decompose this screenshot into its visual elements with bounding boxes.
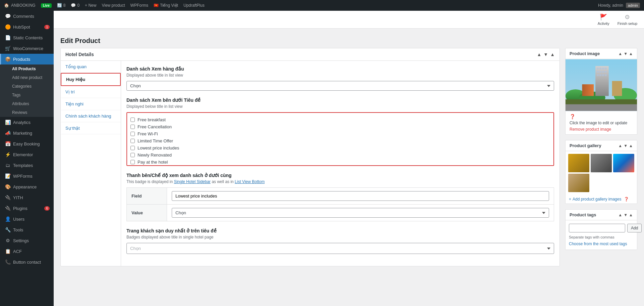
sidebar-item-button-contact[interactable]: 📞 Button contact	[0, 257, 54, 267]
gallery-thumb-2[interactable]	[591, 154, 612, 172]
site-logo[interactable]: 🏠 ANBOOKING	[4, 3, 36, 8]
list-view-bottom-link[interactable]: List View Bottom	[235, 179, 265, 184]
tags-collapse-toggle[interactable]: ▲	[629, 213, 633, 217]
admin-bar-right: Howdy, admin admin	[598, 3, 640, 8]
comments-icon: 💬	[5, 13, 10, 19]
sidebar-item-yith[interactable]: 🔌 YITH	[0, 192, 54, 203]
finish-setup-button[interactable]: ⚙ Finish setup	[618, 13, 637, 26]
sidebar-item-woocommerce[interactable]: 🛒 WooCommerce	[0, 43, 54, 54]
gallery-collapse-down[interactable]: ▼	[624, 143, 628, 148]
sidebar-item-products[interactable]: 📦 Products	[0, 54, 54, 64]
updates-item[interactable]: 🔄 8	[57, 3, 66, 8]
sidebar-label-tools: Tools	[13, 227, 23, 232]
sidebar-item-acf[interactable]: 📋 ACF	[0, 246, 54, 257]
tab-tien-nghi[interactable]: Tiện nghi	[61, 98, 121, 110]
sidebar-item-appearance[interactable]: 🎨 Appearance	[0, 181, 54, 192]
image-collapse-up[interactable]: ▲	[618, 51, 622, 56]
checkbox-free-wifi[interactable]: Free Wi-Fi	[130, 130, 550, 137]
section2-title: Danh sách Xem bên dưới Tiêu đề	[126, 97, 554, 103]
hotel-details-header: Hotel Details ▲ ▼ ▲	[61, 48, 559, 61]
submenu-reviews[interactable]: Reviews	[0, 108, 54, 117]
view-product-item[interactable]: View product	[102, 3, 125, 8]
product-image-container[interactable]	[566, 59, 637, 111]
product-tags-controls: ▲ ▼ ▲	[618, 213, 633, 217]
sidebar-item-elementor[interactable]: ⚡ Elementor	[0, 149, 54, 160]
submenu-attributes[interactable]: Attributes	[0, 99, 54, 108]
checkbox-pay-at-hotel[interactable]: Pay at the hotel	[130, 159, 550, 166]
sidebar-item-plugins[interactable]: 🔌 Plugins 6	[0, 203, 54, 214]
tab-huy-hieu[interactable]: Huy Hiệu	[61, 73, 121, 86]
tags-input[interactable]	[569, 224, 625, 232]
sidebar-label-plugins: Plugins	[13, 206, 28, 211]
section1-select[interactable]: Chọn	[126, 81, 554, 91]
new-item[interactable]: + New	[85, 3, 96, 8]
sidebar-label-elementor: Elementor	[13, 152, 33, 157]
sidebar-item-analytics[interactable]: 📊 Analytics	[0, 117, 54, 128]
product-image-caption: Click the image to edit or update	[570, 121, 633, 125]
tags-most-used-link[interactable]: Choose from the most used tags	[569, 242, 627, 246]
collapse-up-icon[interactable]: ▲	[537, 52, 541, 57]
products-icon: 📦	[5, 56, 10, 62]
tab-su-that[interactable]: Sự thật	[61, 122, 121, 134]
single-hotel-sidebar-link[interactable]: Single Hotel Sidebar	[174, 179, 210, 184]
sidebar-item-hubspot[interactable]: 🟠 HubSpot 1	[0, 21, 54, 32]
tab-vi-tri[interactable]: Vị trí	[61, 86, 121, 98]
live-badge[interactable]: Live	[41, 3, 52, 8]
image-collapse-down[interactable]: ▼	[624, 51, 628, 56]
checkbox-limited-time[interactable]: Limited Time Offer	[130, 137, 550, 144]
section3-subtitle: This badge is displayed in Single Hotel …	[126, 179, 554, 184]
sidebar-item-templates[interactable]: 🗂 Templates	[0, 160, 54, 171]
collapse-toggle-icon[interactable]: ▲	[550, 52, 555, 57]
field-input[interactable]	[172, 191, 549, 201]
sidebar-item-static-contents[interactable]: 📄 Static Contents	[0, 32, 54, 43]
submenu-tags[interactable]: Tags	[0, 91, 54, 99]
submenu-add-new[interactable]: Add new product	[0, 73, 54, 82]
tags-collapse-up[interactable]: ▲	[618, 213, 622, 217]
sidebar-item-wpforms[interactable]: 📝 WPForms	[0, 171, 54, 181]
checkbox-free-cancellation[interactable]: Free Cancellation	[130, 123, 550, 130]
users-icon: 👤	[5, 216, 10, 222]
tags-add-button[interactable]: Add	[627, 224, 642, 232]
gallery-thumb-3[interactable]	[613, 154, 634, 172]
wpforms-item[interactable]: WPForms	[130, 3, 148, 8]
checkbox-lowest-price[interactable]: Lowest price includes	[130, 144, 550, 151]
remove-image-link[interactable]: Remove product image	[570, 127, 611, 132]
sidebar-item-tools[interactable]: 🔧 Tools	[0, 224, 54, 235]
svg-rect-14	[597, 74, 599, 76]
tab-tong-quan[interactable]: Tổng quan	[61, 61, 121, 73]
sidebar-item-users[interactable]: 👤 Users	[0, 214, 54, 224]
gallery-thumb-1[interactable]	[568, 154, 589, 172]
gallery-thumb-4[interactable]	[568, 174, 589, 192]
gallery-collapse-toggle[interactable]: ▲	[629, 143, 633, 148]
submenu-all-products[interactable]: All Products	[0, 64, 54, 73]
sidebar-label-appearance: Appearance	[13, 184, 37, 189]
checkbox-newly-renovated[interactable]: Newly Renovated	[130, 151, 550, 159]
sidebar-label-button-contact: Button contact	[13, 260, 41, 265]
comments-item[interactable]: 💬 0	[71, 3, 79, 8]
language-item[interactable]: 🇻🇳 Tiếng Việt	[154, 3, 178, 8]
value-select[interactable]: Chọn	[172, 208, 549, 218]
sidebar-item-marketing[interactable]: 📣 Marketing	[0, 128, 54, 138]
svg-rect-19	[612, 81, 622, 96]
tab-chinh-sach[interactable]: Chính sách khách hàng	[61, 110, 121, 122]
settings-icon: ⚙	[5, 238, 10, 243]
collapse-down-icon[interactable]: ▼	[543, 52, 548, 57]
hotel-unique-select[interactable]: Chọn	[126, 243, 554, 254]
product-gallery-card: Product gallery ▲ ▼ ▲	[565, 140, 637, 204]
gallery-collapse-up[interactable]: ▲	[618, 143, 622, 148]
submenu-categories[interactable]: Categories	[0, 82, 54, 91]
templates-icon: 🗂	[5, 163, 10, 168]
activity-button[interactable]: 🚩 Activity	[598, 13, 609, 26]
updraft-item[interactable]: UpdraftPlus	[183, 3, 205, 8]
sidebar-item-settings[interactable]: ⚙ Settings	[0, 235, 54, 246]
elementor-icon: ⚡	[5, 152, 10, 157]
checkbox-todays-best[interactable]: Today's best offer	[130, 166, 550, 166]
sidebar-item-comments[interactable]: 💬 Comments	[0, 11, 54, 21]
checkbox-free-breakfast[interactable]: Free breakfast	[130, 116, 550, 123]
sidebar-item-easy-booking[interactable]: 📅 Easy Booking	[0, 138, 54, 149]
tags-collapse-down[interactable]: ▼	[624, 213, 628, 217]
add-gallery-images-link[interactable]: + Add product gallery images ❓	[566, 195, 637, 204]
image-collapse-toggle[interactable]: ▲	[629, 51, 633, 56]
svg-rect-18	[582, 84, 594, 96]
svg-rect-5	[595, 66, 609, 96]
